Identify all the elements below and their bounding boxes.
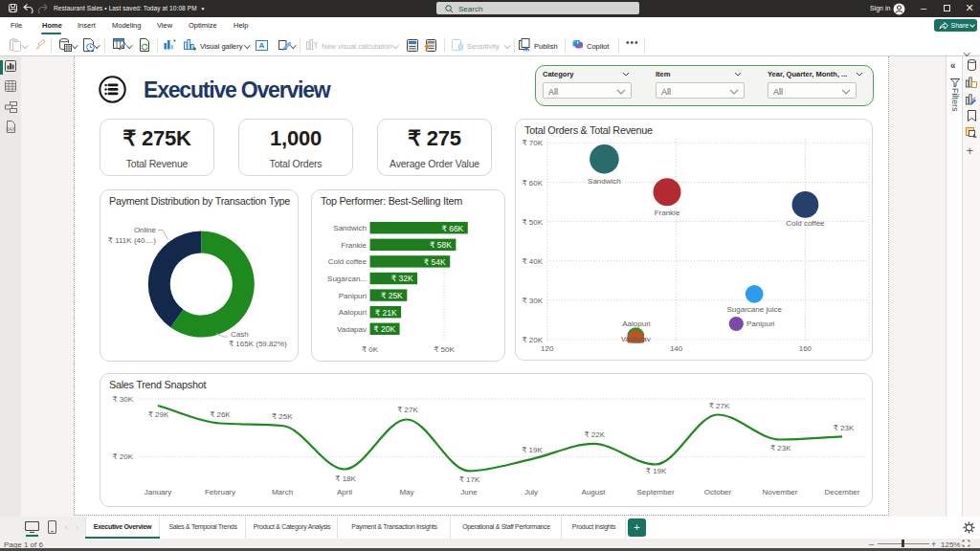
svg-text:Vadapav: Vadapav bbox=[621, 335, 651, 343]
svg-text:Panipuri: Panipuri bbox=[746, 320, 775, 328]
svg-text:₹ 21K: ₹ 21K bbox=[375, 308, 397, 318]
svg-text:₹ 26K: ₹ 26K bbox=[210, 410, 231, 419]
svg-text:Cash: Cash bbox=[231, 330, 249, 339]
svg-text:Frankie: Frankie bbox=[341, 241, 367, 250]
svg-text:Sugarcan...: Sugarcan... bbox=[327, 275, 367, 283]
svg-text:₹ 54K: ₹ 54K bbox=[424, 257, 446, 267]
svg-text:₹ 19K: ₹ 19K bbox=[646, 467, 667, 475]
svg-text:₹ 19K: ₹ 19K bbox=[522, 446, 543, 454]
svg-text:Panipuri: Panipuri bbox=[339, 292, 368, 300]
svg-text:March: March bbox=[272, 488, 293, 496]
svg-text:₹ 20K: ₹ 20K bbox=[373, 324, 395, 334]
svg-text:February: February bbox=[205, 488, 235, 496]
svg-text:₹ 66K: ₹ 66K bbox=[441, 224, 463, 233]
svg-text:₹ 20K: ₹ 20K bbox=[112, 452, 133, 461]
svg-text:140: 140 bbox=[670, 344, 683, 353]
svg-text:Sugarcane juice: Sugarcane juice bbox=[727, 305, 783, 314]
svg-text:₹ 111K (40....): ₹ 111K (40....) bbox=[108, 236, 156, 245]
svg-text:June: June bbox=[460, 488, 478, 496]
svg-text:Sandwich: Sandwich bbox=[333, 224, 367, 232]
svg-text:September: September bbox=[636, 488, 674, 496]
svg-text:DAX: DAX bbox=[6, 127, 14, 132]
svg-text:120: 120 bbox=[541, 344, 554, 353]
svg-text:₹ 29K: ₹ 29K bbox=[148, 410, 169, 419]
svg-text:₹ 23K: ₹ 23K bbox=[834, 424, 855, 432]
svg-text:₹ 22K: ₹ 22K bbox=[585, 430, 606, 439]
svg-text:January: January bbox=[145, 488, 171, 496]
svg-text:₹ 50K: ₹ 50K bbox=[522, 218, 543, 227]
svg-text:Vadapav: Vadapav bbox=[337, 325, 367, 334]
svg-text:May: May bbox=[399, 488, 413, 496]
svg-text:A: A bbox=[259, 41, 265, 50]
svg-text:₹ 70K: ₹ 70K bbox=[522, 139, 543, 147]
svg-text:Aalopuri: Aalopuri bbox=[339, 308, 368, 317]
svg-text:₹ 40K: ₹ 40K bbox=[522, 257, 543, 266]
svg-text:Aalopuri: Aalopuri bbox=[622, 320, 651, 328]
svg-text:₹ 25K: ₹ 25K bbox=[272, 412, 293, 421]
svg-text:₹ 23K: ₹ 23K bbox=[770, 444, 791, 452]
svg-text:November: November bbox=[763, 488, 798, 496]
svg-text:₹ 25K: ₹ 25K bbox=[381, 291, 403, 300]
svg-text:Sandwich: Sandwich bbox=[588, 177, 621, 186]
svg-text:₹ 17K: ₹ 17K bbox=[459, 475, 480, 484]
svg-text:₹ 30K: ₹ 30K bbox=[522, 297, 543, 305]
svg-text:Frankie: Frankie bbox=[655, 209, 680, 217]
svg-text:₹ 165K (59.82%): ₹ 165K (59.82%) bbox=[229, 340, 287, 348]
svg-text:₹ 27K: ₹ 27K bbox=[397, 406, 418, 414]
svg-text:July: July bbox=[524, 488, 538, 496]
svg-text:160: 160 bbox=[799, 344, 813, 353]
svg-text:₹ 60K: ₹ 60K bbox=[522, 179, 543, 187]
svg-text:₹ 18K: ₹ 18K bbox=[335, 474, 356, 483]
svg-text:₹ 32K: ₹ 32K bbox=[391, 274, 413, 283]
svg-text:₹ 50K: ₹ 50K bbox=[434, 345, 455, 354]
svg-text:Cold coffee: Cold coffee bbox=[786, 219, 825, 228]
svg-text:Online: Online bbox=[134, 226, 157, 234]
svg-text:December: December bbox=[825, 488, 860, 496]
svg-text:₹ 58K: ₹ 58K bbox=[430, 240, 452, 250]
svg-text:August: August bbox=[582, 488, 607, 496]
svg-text:₹ 20K: ₹ 20K bbox=[522, 336, 543, 344]
svg-text:₹ 0K: ₹ 0K bbox=[362, 345, 379, 354]
svg-text:₹ 30K: ₹ 30K bbox=[112, 395, 133, 404]
svg-text:October: October bbox=[704, 488, 732, 496]
svg-text:₹ 27K: ₹ 27K bbox=[709, 402, 730, 410]
svg-text:Cold coffee: Cold coffee bbox=[328, 257, 368, 266]
svg-text:April: April bbox=[337, 488, 352, 496]
